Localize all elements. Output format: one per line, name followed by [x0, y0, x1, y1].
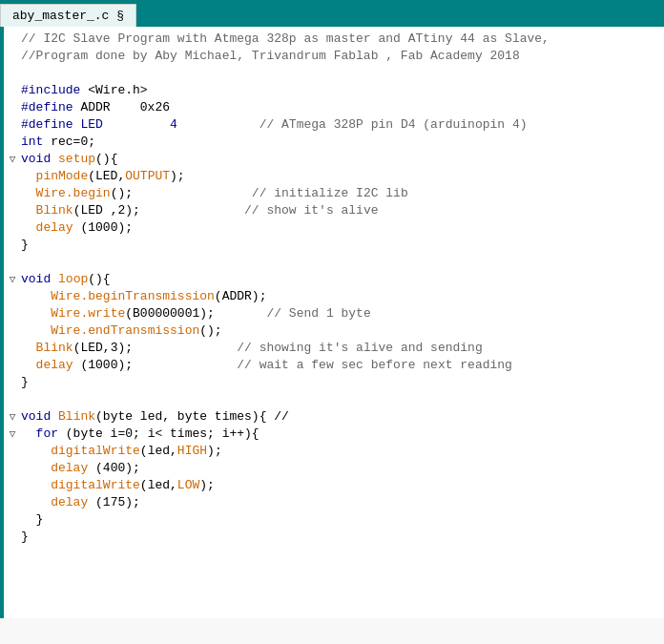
code-text: #define LED 4 // ATmega 328P pin D4 (ard…: [19, 116, 528, 134]
code-line: #include <Wire.h>: [6, 82, 664, 99]
code-line: [6, 65, 664, 82]
fold-gutter[interactable]: ▽: [6, 408, 19, 426]
code-text: Blink(LED,3); // showing it's alive and …: [19, 340, 483, 357]
code-text: }: [19, 237, 29, 254]
code-text: void setup(){: [19, 151, 117, 168]
code-text: delay (1000);: [19, 219, 133, 237]
tab-bar: aby_master_.c §: [0, 0, 664, 27]
code-text: delay (175);: [19, 494, 140, 511]
code-line: delay (1000); // wait a few sec before n…: [6, 357, 664, 374]
tab-aby-master[interactable]: aby_master_.c §: [0, 4, 136, 27]
code-text: Wire.write(B00000001); // Send 1 byte: [19, 305, 371, 322]
code-text: }: [19, 511, 43, 529]
code-text: Wire.begin(); // initialize I2C lib: [19, 185, 408, 202]
code-text: for (byte i=0; i< times; i++){: [19, 426, 259, 443]
code-text: // I2C Slave Program with Atmega 328p as…: [19, 31, 550, 48]
code-text: }: [19, 529, 29, 546]
code-wrapper: // I2C Slave Program with Atmega 328p as…: [0, 31, 664, 546]
code-area: // I2C Slave Program with Atmega 328p as…: [0, 27, 664, 618]
left-bar: [0, 27, 4, 618]
code-line: int rec=0;: [6, 134, 664, 151]
code-text: void Blink(byte led, byte times){ //: [19, 408, 289, 426]
code-text: digitalWrite(led,HIGH);: [19, 443, 222, 460]
code-line: Wire.beginTransmission(ADDR);: [6, 288, 664, 305]
code-line: Blink(LED ,2); // show it's alive: [6, 202, 664, 219]
code-line: ▽ for (byte i=0; i< times; i++){: [6, 426, 664, 443]
code-text: pinMode(LED,OUTPUT);: [19, 168, 185, 185]
code-line: #define LED 4 // ATmega 328P pin D4 (ard…: [6, 116, 664, 134]
code-line: #define ADDR 0x26: [6, 99, 664, 116]
code-line: ▽void Blink(byte led, byte times){ //: [6, 408, 664, 426]
code-line: digitalWrite(led,HIGH);: [6, 443, 664, 460]
code-text: delay (1000); // wait a few sec before n…: [19, 357, 512, 374]
code-text: Wire.endTransmission();: [19, 322, 222, 340]
code-line: }: [6, 511, 664, 529]
code-text: int rec=0;: [19, 134, 95, 151]
code-line: // I2C Slave Program with Atmega 328p as…: [6, 31, 664, 48]
code-line: digitalWrite(led,LOW);: [6, 477, 664, 494]
code-text: #define ADDR 0x26: [19, 99, 170, 116]
code-line: }: [6, 529, 664, 546]
code-text: #include <Wire.h>: [19, 82, 148, 99]
code-line: ▽void loop(){: [6, 271, 664, 288]
code-line: Wire.write(B00000001); // Send 1 byte: [6, 305, 664, 322]
code-line: }: [6, 237, 664, 254]
fold-gutter[interactable]: ▽: [6, 151, 19, 168]
fold-gutter[interactable]: ▽: [6, 426, 19, 443]
code-line: pinMode(LED,OUTPUT);: [6, 168, 664, 185]
code-text: void loop(){: [19, 271, 111, 288]
code-line: delay (1000);: [6, 219, 664, 237]
code-line: [6, 254, 664, 271]
code-line: ▽void setup(){: [6, 151, 664, 168]
code-text: digitalWrite(led,LOW);: [19, 477, 215, 494]
fold-gutter[interactable]: ▽: [6, 271, 19, 288]
code-text: Wire.beginTransmission(ADDR);: [19, 288, 266, 305]
code-text: delay (400);: [19, 460, 140, 477]
code-line: }: [6, 374, 664, 391]
code-line: [6, 391, 664, 408]
code-line: delay (175);: [6, 494, 664, 511]
code-text: Blink(LED ,2); // show it's alive: [19, 202, 379, 219]
code-text: }: [19, 374, 29, 391]
code-line: Wire.endTransmission();: [6, 322, 664, 340]
code-line: Blink(LED,3); // showing it's alive and …: [6, 340, 664, 357]
code-text: //Program done by Aby Michael, Trivandru…: [19, 48, 520, 65]
code-line: delay (400);: [6, 460, 664, 477]
code-line: Wire.begin(); // initialize I2C lib: [6, 185, 664, 202]
code-line: //Program done by Aby Michael, Trivandru…: [6, 48, 664, 65]
